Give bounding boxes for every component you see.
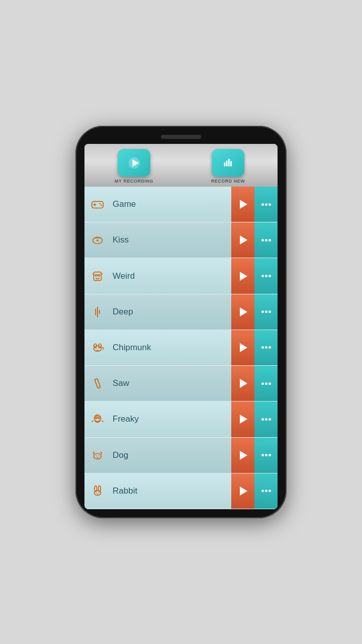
kiss-more-button[interactable] xyxy=(254,222,278,258)
list-item-dog: Dog xyxy=(84,438,278,473)
freaky-actions xyxy=(231,401,278,437)
saw-label: Saw xyxy=(111,378,231,388)
svg-point-33 xyxy=(96,455,97,456)
deep-play-button[interactable] xyxy=(231,294,254,330)
deep-label: Deep xyxy=(111,307,231,317)
rabbit-icon xyxy=(84,484,111,499)
phone-screen: MY RECORDING RECORD NEW xyxy=(84,144,278,509)
rabbit-label: Rabbit xyxy=(111,486,231,496)
freaky-label: Freaky xyxy=(111,414,231,424)
record-new-label: RECORD NEW xyxy=(211,179,245,184)
record-new-icon-box xyxy=(212,149,244,177)
list-item-deep: Deep xyxy=(84,294,278,330)
svg-point-23 xyxy=(99,344,102,348)
svg-point-14 xyxy=(95,274,97,276)
freaky-icon xyxy=(84,412,111,427)
kiss-play-button[interactable] xyxy=(231,222,254,258)
list-item-weird: Weird xyxy=(84,258,278,294)
chipmunk-label: Chipmunk xyxy=(111,343,231,353)
effects-list: Game Kiss xyxy=(84,187,278,509)
svg-point-35 xyxy=(97,457,99,458)
my-recording-label: MY RECORDING xyxy=(115,179,153,184)
svg-line-31 xyxy=(102,421,103,422)
svg-point-12 xyxy=(97,239,99,242)
dog-label: Dog xyxy=(111,450,231,460)
saw-icon xyxy=(84,376,111,391)
svg-point-34 xyxy=(99,455,100,456)
weird-label: Weird xyxy=(111,271,231,281)
dog-actions xyxy=(231,438,278,473)
svg-rect-4 xyxy=(228,158,230,166)
chipmunk-actions xyxy=(231,330,278,365)
my-recording-icon-box xyxy=(118,149,150,177)
play-large-icon xyxy=(127,156,141,170)
list-item-saw: Saw xyxy=(84,366,278,401)
svg-point-39 xyxy=(96,492,97,493)
dog-icon xyxy=(84,448,111,463)
my-recording-button[interactable]: MY RECORDING xyxy=(88,149,179,184)
deep-actions xyxy=(231,294,278,330)
list-item-rabbit: Rabbit xyxy=(84,473,278,509)
record-icon xyxy=(221,156,235,170)
svg-rect-2 xyxy=(224,162,225,166)
svg-rect-5 xyxy=(230,160,232,166)
svg-point-40 xyxy=(99,492,100,493)
deep-more-button[interactable] xyxy=(254,294,278,330)
kiss-icon xyxy=(84,232,111,248)
deep-icon xyxy=(84,304,111,319)
saw-actions xyxy=(231,366,278,401)
chipmunk-icon xyxy=(84,340,111,355)
freaky-more-button[interactable] xyxy=(254,401,278,437)
svg-rect-26 xyxy=(95,378,101,388)
svg-point-29 xyxy=(98,417,100,419)
game-more-button[interactable] xyxy=(254,187,278,222)
weird-more-button[interactable] xyxy=(254,258,278,293)
game-label: Game xyxy=(111,199,231,209)
svg-point-24 xyxy=(96,348,97,349)
list-item-kiss: Kiss xyxy=(84,222,278,258)
chipmunk-play-button[interactable] xyxy=(231,330,254,365)
dog-play-button[interactable] xyxy=(231,438,254,473)
rabbit-play-button[interactable] xyxy=(231,473,254,509)
chipmunk-more-button[interactable] xyxy=(254,330,278,365)
svg-point-9 xyxy=(99,203,101,205)
svg-point-15 xyxy=(98,274,100,276)
phone-frame: MY RECORDING RECORD NEW xyxy=(75,126,287,518)
freaky-play-button[interactable] xyxy=(231,401,254,437)
kiss-label: Kiss xyxy=(111,235,231,245)
svg-point-25 xyxy=(99,348,100,349)
saw-play-button[interactable] xyxy=(231,366,254,401)
record-new-button[interactable]: RECORD NEW xyxy=(183,149,274,184)
header: MY RECORDING RECORD NEW xyxy=(84,144,278,187)
game-actions xyxy=(231,187,278,222)
weird-play-button[interactable] xyxy=(231,258,254,293)
dog-more-button[interactable] xyxy=(254,438,278,473)
rabbit-more-button[interactable] xyxy=(254,473,278,509)
game-icon xyxy=(84,197,111,212)
svg-point-41 xyxy=(97,494,99,495)
svg-point-32 xyxy=(94,453,102,459)
rabbit-actions xyxy=(231,473,278,509)
svg-point-10 xyxy=(101,205,102,206)
kiss-actions xyxy=(231,222,278,258)
weird-icon xyxy=(84,269,111,284)
svg-point-22 xyxy=(94,344,97,348)
game-play-button[interactable] xyxy=(231,187,254,222)
saw-more-button[interactable] xyxy=(254,366,278,401)
weird-actions xyxy=(231,258,278,293)
phone-speaker xyxy=(161,135,201,139)
svg-line-30 xyxy=(92,421,94,422)
svg-point-28 xyxy=(95,417,97,419)
list-item-game: Game xyxy=(84,187,278,222)
list-item-chipmunk: Chipmunk xyxy=(84,330,278,366)
list-item-freaky: Freaky xyxy=(84,401,278,437)
svg-rect-3 xyxy=(226,160,227,167)
